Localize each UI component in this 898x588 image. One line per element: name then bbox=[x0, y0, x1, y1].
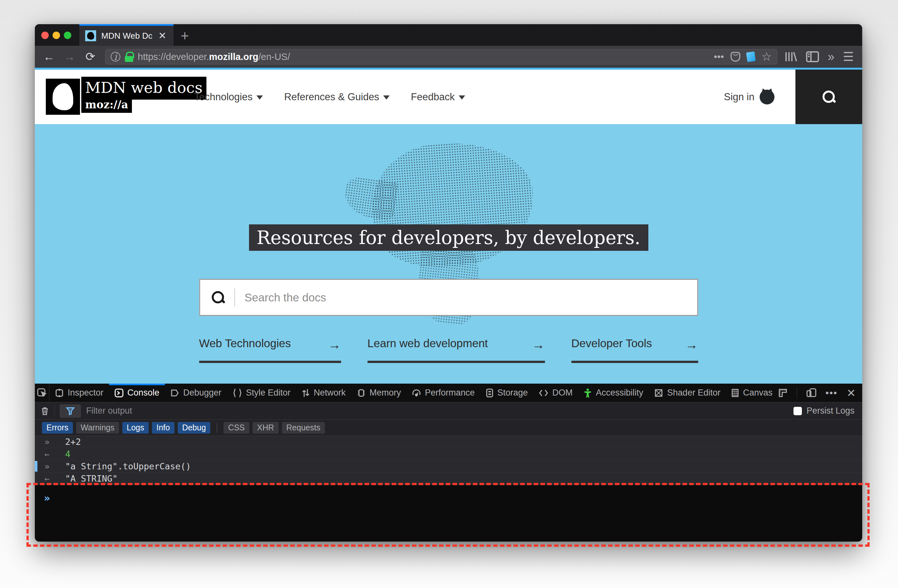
chevron-down-icon bbox=[257, 95, 263, 100]
devtools-toolbar-right: ••• ✕ bbox=[778, 384, 862, 402]
tab-debugger[interactable]: Debugger bbox=[165, 384, 227, 402]
persist-logs-checkbox[interactable] bbox=[793, 407, 802, 415]
network-icon bbox=[301, 388, 310, 398]
chevron-down-icon bbox=[459, 95, 465, 100]
pocket-icon[interactable] bbox=[730, 52, 740, 61]
ruler-icon[interactable] bbox=[778, 388, 788, 398]
persist-logs-label: Persist Logs bbox=[806, 406, 855, 416]
tab-shader-editor[interactable]: Shader Editor bbox=[649, 384, 726, 402]
filter-warnings-button[interactable]: Warnings bbox=[76, 422, 119, 434]
console-prompt-icon: » bbox=[44, 492, 49, 504]
arrow-right-icon: → bbox=[328, 339, 341, 350]
storage-icon bbox=[486, 388, 494, 398]
library-icon[interactable] bbox=[784, 51, 797, 63]
dom-icon bbox=[539, 389, 548, 397]
extension-note-icon[interactable] bbox=[746, 51, 756, 62]
browser-tab[interactable]: MDN Web Docs ✕ bbox=[79, 24, 174, 46]
filter-output-input[interactable]: Filter output bbox=[86, 406, 788, 416]
forward-button[interactable]: → bbox=[61, 51, 79, 63]
console-result-row[interactable]: ← 4 bbox=[35, 448, 862, 461]
tab-canvas[interactable]: Canvas bbox=[726, 384, 778, 402]
console-result-row[interactable]: ← "A STRING" bbox=[35, 473, 862, 485]
overflow-chevrons-icon[interactable]: » bbox=[828, 51, 835, 63]
tab-memory[interactable]: Memory bbox=[351, 384, 407, 402]
responsive-design-icon[interactable] bbox=[806, 388, 817, 398]
tab-inspector[interactable]: Inspector bbox=[49, 384, 109, 402]
search-icon bbox=[212, 291, 224, 304]
filter-xhr-button[interactable]: XHR bbox=[252, 422, 279, 434]
window-close-button[interactable] bbox=[41, 32, 49, 39]
filter-debug-button[interactable]: Debug bbox=[178, 422, 211, 434]
toolbar-right: » ☰ bbox=[784, 51, 857, 63]
page-actions-icon[interactable]: ••• bbox=[714, 52, 724, 61]
filter-info-button[interactable]: Info bbox=[152, 422, 174, 434]
sign-in-link[interactable]: Sign in bbox=[724, 70, 775, 124]
devtools-tabbar: Inspector Console Debugger Style Editor … bbox=[35, 384, 862, 402]
link-learn-web-development[interactable]: Learn web development→ bbox=[368, 337, 545, 363]
tab-style-editor[interactable]: Style Editor bbox=[227, 384, 296, 402]
link-web-technologies[interactable]: Web Technologies→ bbox=[199, 337, 341, 363]
window-zoom-button[interactable] bbox=[64, 32, 71, 39]
devtools-close-icon[interactable]: ✕ bbox=[847, 387, 856, 398]
browser-window: MDN Web Docs ✕ + ← → ⟳ i https://develop… bbox=[35, 24, 862, 542]
mdn-favicon-icon bbox=[85, 30, 96, 41]
console-icon bbox=[114, 388, 123, 398]
nav-references-guides[interactable]: References & Guides bbox=[284, 91, 390, 103]
github-icon bbox=[760, 90, 775, 104]
filter-logs-button[interactable]: Logs bbox=[122, 422, 149, 434]
accessibility-icon bbox=[583, 388, 592, 398]
tab-network[interactable]: Network bbox=[296, 384, 351, 402]
link-developer-tools[interactable]: Developer Tools→ bbox=[571, 337, 698, 363]
inspector-icon bbox=[55, 388, 64, 398]
url-text[interactable]: https://developer.mozilla.org/en-US/ bbox=[138, 52, 709, 62]
tab-performance[interactable]: Performance bbox=[406, 384, 480, 402]
url-actions: ••• ☆ bbox=[714, 51, 772, 63]
filter-css-button[interactable]: CSS bbox=[223, 422, 249, 434]
filter-requests-button[interactable]: Requests bbox=[282, 422, 325, 434]
filter-toggle-button[interactable] bbox=[60, 404, 81, 418]
mdn-logo-title: MDN web docs bbox=[81, 77, 206, 100]
console-result-value: "A STRING" bbox=[65, 474, 118, 484]
result-arrow-icon: ← bbox=[45, 474, 57, 484]
menu-hamburger-icon[interactable]: ☰ bbox=[843, 51, 854, 63]
persist-logs-control: Persist Logs bbox=[793, 406, 856, 416]
tab-dom[interactable]: DOM bbox=[533, 384, 578, 402]
reload-button[interactable]: ⟳ bbox=[81, 51, 99, 63]
tab-close-icon[interactable]: ✕ bbox=[157, 30, 168, 42]
meatballs-menu-icon[interactable]: ••• bbox=[826, 388, 838, 398]
browser-toolbar: ← → ⟳ i https://developer.mozilla.org/en… bbox=[35, 46, 862, 68]
memory-icon bbox=[357, 388, 366, 398]
console-filterbar: Filter output Persist Logs bbox=[35, 402, 862, 420]
console-input-area[interactable]: » bbox=[35, 485, 862, 542]
hero-links: Web Technologies→ Learn web development→… bbox=[199, 337, 698, 363]
console-command-row[interactable]: » 2+2 bbox=[35, 436, 862, 448]
window-minimize-button[interactable] bbox=[52, 32, 60, 39]
sidebar-icon[interactable] bbox=[806, 51, 819, 63]
clear-console-icon[interactable] bbox=[41, 406, 49, 416]
arrow-right-icon: → bbox=[532, 339, 545, 350]
chevron-down-icon bbox=[383, 95, 390, 100]
console-filter-buttons: Errors Warnings Logs Info Debug CSS XHR … bbox=[35, 420, 862, 436]
tab-console[interactable]: Console bbox=[109, 384, 165, 402]
url-bar[interactable]: i https://developer.mozilla.org/en-US/ •… bbox=[105, 49, 777, 64]
secure-lock-icon[interactable] bbox=[125, 52, 133, 62]
mdn-logo[interactable]: MDN web docs moz://a bbox=[46, 79, 206, 115]
node-picker-icon[interactable] bbox=[35, 384, 49, 402]
canvas-icon bbox=[731, 388, 739, 398]
tab-accessibility[interactable]: Accessibility bbox=[578, 384, 649, 402]
nav-feedback[interactable]: Feedback bbox=[411, 91, 465, 103]
console-command-row[interactable]: » "a String".toUpperCase() bbox=[35, 461, 862, 473]
header-search-button[interactable] bbox=[795, 70, 862, 124]
mdn-dino-icon bbox=[46, 79, 80, 115]
docs-search-input[interactable]: Search the docs bbox=[199, 279, 698, 316]
new-tab-button[interactable]: + bbox=[181, 29, 189, 43]
nav-technologies[interactable]: Technologies bbox=[194, 91, 263, 103]
bookmark-star-icon[interactable]: ☆ bbox=[761, 51, 772, 63]
back-button[interactable]: ← bbox=[40, 51, 58, 63]
site-info-icon[interactable]: i bbox=[111, 52, 120, 61]
site-nav: Technologies References & Guides Feedbac… bbox=[194, 70, 465, 124]
filter-errors-button[interactable]: Errors bbox=[42, 422, 73, 434]
search-icon bbox=[823, 91, 835, 103]
mozilla-wordmark: moz://a bbox=[81, 98, 132, 113]
tab-storage[interactable]: Storage bbox=[480, 384, 534, 402]
